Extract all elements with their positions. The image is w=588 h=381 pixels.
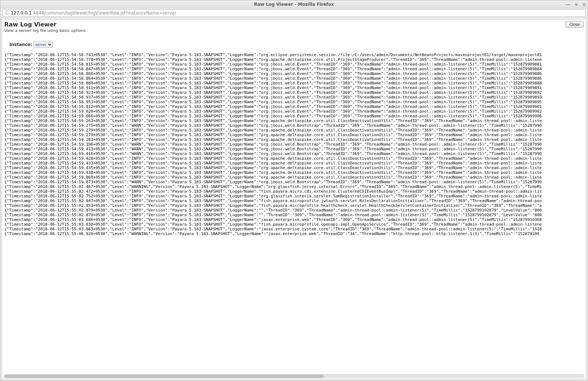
url-text: 127.0.0.1:4848/common/logViewer/logViewe… [11,11,176,16]
horizontal-scrollbar-thumb[interactable] [4,375,324,378]
instance-label: Instance: [9,42,32,47]
log-line: {"Timestamp":"2018-06-12T15:54:58.778+05… [4,57,584,62]
browser-window: Raw Log Viewer - Mozilla Firefox — + × ⓘ… [0,0,588,381]
window-titlebar: Raw Log Viewer - Mozilla Firefox — + × [0,0,588,8]
log-line: {"Timestamp":"2018-06-12T15:55:02.472+05… [4,189,584,194]
log-line: {"Timestamp":"2018-06-12T15:54:58.847+05… [4,67,584,71]
log-line: {"Timestamp":"2018-06-12T15:54:59.020+05… [4,109,584,114]
url-bar-row: ⓘ 127.0.0.1:4848/common/logViewer/logVie… [0,8,588,18]
log-line: {"Timestamp":"2018-06-12T15:54:59.283+05… [4,137,584,142]
window-controls: — + × [566,0,586,8]
log-line: {"Timestamp":"2018-06-12T15:54:59.279+05… [4,128,584,133]
window-title: Raw Log Viewer - Mozilla Firefox [254,2,334,7]
log-line: {"Timestamp":"2018-06-12T15:54:58.911+05… [4,85,584,90]
log-line: {"Timestamp":"2018-06-12T15:55:06.920+05… [4,231,584,236]
horizontal-scrollbar[interactable] [4,374,584,378]
log-line: {"Timestamp":"2018-06-12T15:55:02.879+05… [4,208,584,213]
log-line: {"Timestamp":"2018-06-12T15:55:02.879+05… [4,213,584,217]
instance-select[interactable]: server [34,42,53,47]
minimize-icon[interactable]: — [566,1,571,7]
url-input[interactable]: ⓘ 127.0.0.1:4848/common/logViewer/logVie… [3,9,585,17]
close-icon[interactable]: × [582,1,586,7]
log-line: {"Timestamp":"2018-06-12T15:54:59.873+05… [4,180,584,184]
log-line: {"Timestamp":"2018-06-12T15:54:58.937+05… [4,95,584,100]
log-line: {"Timestamp":"2018-06-12T15:54:56.743+05… [4,53,584,57]
log-line: {"Timestamp":"2018-06-12T15:55:03.686+05… [4,217,584,222]
page-subtitle: View a server log file using basic optio… [4,28,87,33]
log-line: {"Timestamp":"2018-06-12T15:54:59.263+05… [4,118,584,123]
log-line: {"Timestamp":"2018-06-12T15:54:59.433+05… [4,161,584,166]
log-line: {"Timestamp":"2018-06-12T15:54:59.438+05… [4,170,584,175]
log-line: {"Timestamp":"2018-06-12T15:54:59.435+05… [4,166,584,170]
log-line: {"Timestamp":"2018-06-12T15:55:02.847+05… [4,198,584,203]
url-host: 127.0.0.1 [11,11,32,16]
log-line: {"Timestamp":"2018-06-12T15:55:02.853+05… [4,203,584,208]
page-title: Raw Log Viewer [4,21,87,28]
log-line: {"Timestamp":"2018-06-12T15:54:59.012+05… [4,104,584,109]
log-line: {"Timestamp":"2018-06-12T15:55:02.752+05… [4,194,584,198]
log-line: {"Timestamp":"2018-06-12T15:54:59.275+05… [4,123,584,128]
page-content: Raw Log Viewer View a server log file us… [2,19,586,379]
page-header-left: Raw Log Viewer View a server log file us… [4,21,87,33]
log-line: {"Timestamp":"2018-06-12T15:54:59.416+05… [4,151,584,156]
log-line: {"Timestamp":"2018-06-12T15:54:59.279+05… [4,133,584,137]
close-button[interactable]: Close [566,21,584,28]
log-line: {"Timestamp":"2018-06-12T15:54:58.815+05… [4,62,584,67]
maximize-icon[interactable]: + [574,1,579,7]
log-line: {"Timestamp":"2018-06-12T15:54:58.860+05… [4,71,584,76]
log-line: {"Timestamp":"2018-06-12T15:54:58.864+05… [4,76,584,81]
page-header: Raw Log Viewer View a server log file us… [4,21,584,33]
log-line: {"Timestamp":"2018-06-12T15:54:59.066+05… [4,114,584,118]
log-line: {"Timestamp":"2018-06-12T15:54:59.860+05… [4,175,584,180]
log-line: {"Timestamp":"2018-06-12T15:54:59.396+05… [4,142,584,147]
log-line: {"Timestamp":"2018-06-12T15:54:58.953+05… [4,100,584,104]
site-info-icon[interactable]: ⓘ [4,10,9,16]
log-line: {"Timestamp":"2018-06-12T15:54:58.880+05… [4,81,584,85]
log-line: {"Timestamp":"2018-06-12T15:55:03.883+05… [4,227,584,231]
log-line: {"Timestamp":"2018-06-12T15:54:59.428+05… [4,156,584,161]
log-line: {"Timestamp":"2018-06-12T15:55:03.830+05… [4,222,584,227]
url-path: :4848/common/logViewer/logViewerRaw.jsf?… [32,11,176,16]
log-line: {"Timestamp":"2018-06-12T15:55:01.467+05… [4,184,584,189]
log-line: {"Timestamp":"2018-06-12T15:54:58.923+05… [4,90,584,95]
instance-row: Instance: server [4,42,584,47]
log-line: {"Timestamp":"2018-06-12T15:54:59.413+05… [4,147,584,151]
log-output[interactable]: {"Timestamp":"2018-06-12T15:54:56.743+05… [4,53,584,379]
